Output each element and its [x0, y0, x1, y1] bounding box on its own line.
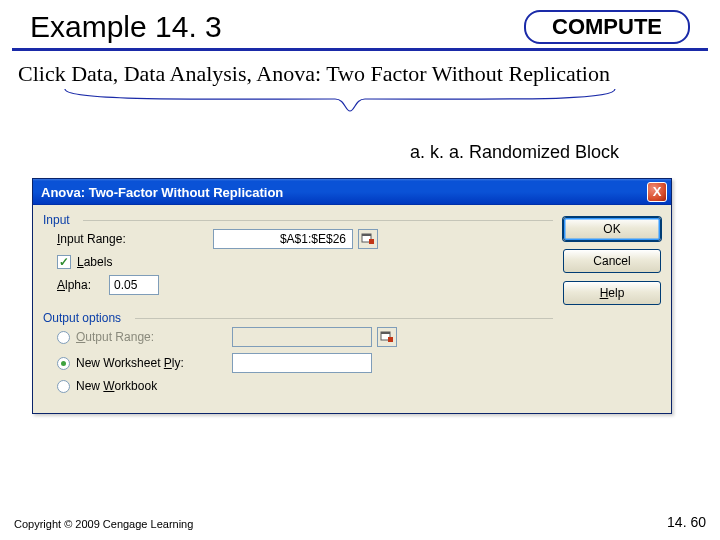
ok-button[interactable]: OK [563, 217, 661, 241]
svg-rect-1 [362, 234, 371, 236]
alpha-row: Alpha: [57, 275, 547, 295]
dialog-titlebar[interactable]: Anova: Two-Factor Without Replication X [33, 179, 671, 205]
new-worksheet-row: New Worksheet Ply: [57, 353, 547, 373]
new-workbook-radio[interactable] [57, 380, 70, 393]
svg-rect-4 [381, 332, 390, 334]
anova-dialog: Anova: Two-Factor Without Replication X … [32, 178, 672, 414]
labels-text: Labels [77, 255, 112, 269]
output-range-row: Output Range: [57, 327, 547, 347]
new-workbook-row: New Workbook [57, 379, 547, 393]
new-worksheet-radio[interactable] [57, 357, 70, 370]
svg-rect-5 [388, 337, 393, 342]
group-rule-2 [135, 318, 553, 319]
copyright-text: Copyright © 2009 Cengage Learning [14, 518, 193, 530]
dialog-left-pane: Input Input Range: ✓ Labels Alpha: [43, 213, 553, 399]
output-range-field [232, 327, 372, 347]
input-range-label: Input Range: [57, 232, 207, 246]
slide-header: Example 14. 3 COMPUTE [12, 0, 708, 51]
slide-title: Example 14. 3 [30, 10, 222, 44]
output-range-label: Output Range: [76, 330, 226, 344]
refedit-icon [380, 330, 394, 344]
alpha-field[interactable] [109, 275, 159, 295]
page-number: 14. 60 [667, 514, 706, 530]
alpha-label: Alpha: [57, 278, 103, 292]
dialog-body: Input Input Range: ✓ Labels Alpha: [33, 205, 671, 413]
dialog-title: Anova: Two-Factor Without Replication [41, 185, 283, 200]
close-button[interactable]: X [647, 182, 667, 202]
dialog-button-column: OK Cancel Help [563, 213, 661, 399]
new-worksheet-label: New Worksheet Ply: [76, 356, 226, 370]
compute-badge: COMPUTE [524, 10, 690, 44]
new-workbook-label: New Workbook [76, 379, 157, 393]
refedit-icon [361, 232, 375, 246]
aka-label: a. k. a. Randomized Block [410, 142, 619, 163]
cancel-button[interactable]: Cancel [563, 249, 661, 273]
help-button[interactable]: Help [563, 281, 661, 305]
refedit-button-2[interactable] [377, 327, 397, 347]
output-range-radio[interactable] [57, 331, 70, 344]
labels-checkbox[interactable]: ✓ [57, 255, 71, 269]
svg-rect-2 [369, 239, 374, 244]
curly-brace-annotation [0, 91, 720, 125]
brace-icon [60, 87, 620, 123]
group-rule [83, 220, 553, 221]
new-worksheet-field[interactable] [232, 353, 372, 373]
refedit-button[interactable] [358, 229, 378, 249]
input-range-field[interactable] [213, 229, 353, 249]
instruction-text: Click Data, Data Analysis, Anova: Two Fa… [0, 59, 720, 89]
labels-row: ✓ Labels [57, 255, 547, 269]
input-range-row: Input Range: [57, 229, 547, 249]
